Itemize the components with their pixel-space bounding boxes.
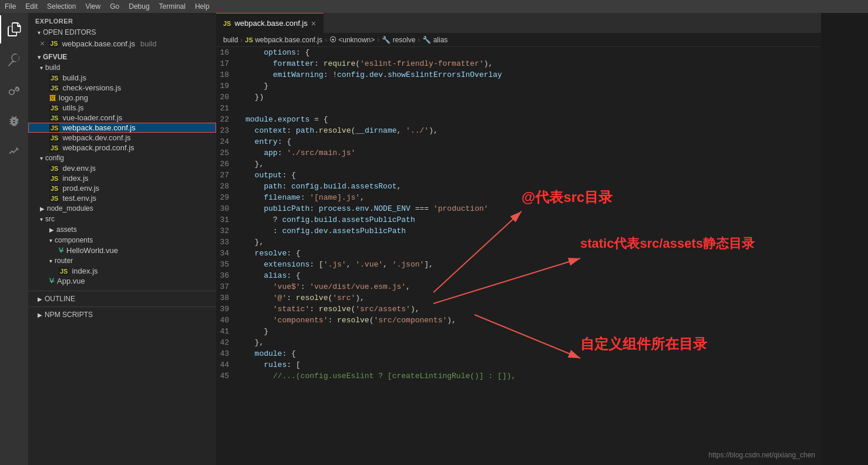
file-logo-png[interactable]: 🖼 logo.png (28, 93, 216, 103)
src-chevron: ▾ (40, 216, 43, 223)
file-helloworld-vue[interactable]: V̶ HelloWorld.vue (28, 245, 216, 255)
file-vue-loader[interactable]: JS vue-loader.conf.js (28, 113, 216, 123)
build-folder[interactable]: ▾ build (28, 62, 216, 73)
outline-section: ▶ OUTLINE (28, 291, 216, 306)
open-editors-group[interactable]: ▾ OPEN EDITORS (28, 27, 216, 38)
line-numbers: 16 17 18 19 20 21 22 23 24 25 26 27 28 2… (216, 47, 245, 465)
minimap[interactable] (821, 13, 868, 465)
file-build-js[interactable]: JS build.js (28, 73, 216, 83)
file-webpack-base[interactable]: JS webpack.base.conf.js (28, 123, 216, 133)
file-label: check-versions.js (62, 83, 121, 92)
config-folder[interactable]: ▾ config (28, 153, 216, 163)
build-folder-label: build (45, 63, 60, 72)
code-line-31: ? config.build.assetsPublicPath (245, 214, 809, 225)
tab-label: webpack.base.conf.js (234, 19, 307, 28)
menu-bar: File Edit Selection View Go Debug Termin… (0, 0, 868, 13)
code-line-21 (245, 103, 809, 114)
open-editors-chevron: ▾ (38, 29, 41, 36)
menu-terminal[interactable]: Terminal (159, 2, 186, 11)
file-utils-js[interactable]: JS utils.js (28, 103, 216, 113)
menu-selection[interactable]: Selection (47, 2, 76, 11)
code-line-43: module: { (245, 348, 809, 359)
js-icon: JS (49, 74, 59, 82)
code-line-41: } (245, 326, 809, 337)
breadcrumb-alias[interactable]: 🔧 alias (422, 36, 448, 44)
file-app-vue[interactable]: V̶ App.vue (28, 276, 216, 286)
editor-container: JS webpack.base.conf.js × build › JS web… (216, 13, 821, 465)
tab-js-icon: JS (223, 20, 231, 27)
file-label: vue-loader.conf.js (62, 113, 122, 122)
breadcrumb-unknown[interactable]: ⦿ <unknown> (329, 36, 375, 44)
src-folder[interactable]: ▾ src (28, 214, 216, 224)
menu-help[interactable]: Help (195, 2, 210, 11)
open-editor-filename: webpack.base.conf.js (62, 39, 135, 48)
root-folder-group[interactable]: ▾ GFVUE (28, 52, 216, 62)
components-folder-label: components (55, 236, 93, 244)
code-line-35: extensions: ['.js', '.vue', '.json'], (245, 259, 809, 270)
file-dev-env[interactable]: JS dev.env.js (28, 163, 216, 173)
js-file-icon: JS (49, 39, 59, 48)
code-line-45: //...(config.useEslint ? [createLintingR… (245, 370, 809, 382)
editor-content[interactable]: 16 17 18 19 20 21 22 23 24 25 26 27 28 2… (216, 47, 821, 465)
js-icon: JS (49, 144, 59, 152)
open-editor-group: build (140, 39, 156, 48)
tab-close-button[interactable]: × (311, 19, 316, 28)
menu-file[interactable]: File (5, 2, 16, 11)
file-label: HelloWorld.vue (66, 246, 118, 255)
explorer-title: EXPLORER (28, 13, 216, 27)
tab-bar: JS webpack.base.conf.js × (216, 13, 821, 33)
activity-debug[interactable] (0, 107, 28, 135)
file-webpack-prod[interactable]: JS webpack.prod.conf.js (28, 143, 216, 153)
file-label: index.js (72, 267, 97, 275)
activity-extensions[interactable] (0, 137, 28, 166)
root-folder-label: GFVUE (43, 53, 67, 61)
file-prod-env[interactable]: JS prod.env.js (28, 183, 216, 193)
breadcrumb-file[interactable]: JS webpack.base.conf.js (245, 36, 322, 44)
js-icon: JS (49, 84, 59, 92)
breadcrumb-resolve[interactable]: 🔧 resolve (382, 36, 415, 44)
tab-webpack-base[interactable]: JS webpack.base.conf.js × (216, 13, 324, 33)
node-modules-folder[interactable]: ▶ node_modules (28, 203, 216, 214)
vue-icon: V̶ (59, 247, 63, 254)
breadcrumb-build[interactable]: build (223, 36, 238, 44)
npm-scripts-label: NPM SCRIPTS (45, 311, 93, 319)
code-line-22: module.exports = { (245, 114, 809, 125)
code-line-36: alias: { (245, 270, 809, 281)
code-area[interactable]: options: { formatter: require('eslint-fr… (245, 47, 821, 465)
file-label: webpack.base.conf.js (62, 123, 135, 132)
menu-edit[interactable]: Edit (25, 2, 38, 11)
activity-explorer[interactable] (0, 15, 28, 43)
file-label: build.js (62, 73, 86, 82)
code-line-39: 'static': resolve('src/assets'), (245, 304, 809, 315)
main-container: EXPLORER ▾ OPEN EDITORS × JS webpack.bas… (0, 13, 868, 465)
root-chevron: ▾ (38, 54, 41, 60)
file-test-env[interactable]: JS test.env.js (28, 193, 216, 203)
activity-search[interactable] (0, 46, 28, 74)
menu-view[interactable]: View (85, 2, 100, 11)
activity-source-control[interactable] (0, 76, 28, 105)
file-check-versions[interactable]: JS check-versions.js (28, 83, 216, 93)
outline-label: OUTLINE (45, 295, 75, 303)
file-index-config[interactable]: JS index.js (28, 173, 216, 183)
assets-folder[interactable]: ▶ assets (28, 224, 216, 235)
sidebar: EXPLORER ▾ OPEN EDITORS × JS webpack.bas… (28, 13, 216, 465)
js-icon: JS (49, 174, 59, 183)
file-webpack-dev[interactable]: JS webpack.dev.conf.js (28, 133, 216, 143)
code-line-33: }, (245, 237, 809, 248)
menu-go[interactable]: Go (110, 2, 119, 11)
close-icon[interactable]: × (40, 39, 45, 48)
file-router-index[interactable]: JS index.js (28, 266, 216, 276)
code-line-29: filename: '[name].js', (245, 192, 809, 203)
npm-scripts-group[interactable]: ▶ NPM SCRIPTS (28, 309, 216, 320)
router-folder[interactable]: ▾ router (28, 255, 216, 266)
outline-group[interactable]: ▶ OUTLINE (28, 294, 216, 304)
file-label: index.js (62, 174, 88, 183)
components-folder[interactable]: ▾ components (28, 235, 216, 245)
js-icon: JS (49, 114, 59, 122)
code-line-27: output: { (245, 170, 809, 181)
code-line-19: } (245, 80, 809, 92)
code-line-40: 'components': resolve('src/components'), (245, 315, 809, 326)
file-label: utils.js (62, 103, 83, 112)
open-editor-item[interactable]: × JS webpack.base.conf.js build (28, 38, 216, 49)
menu-debug[interactable]: Debug (129, 2, 149, 11)
